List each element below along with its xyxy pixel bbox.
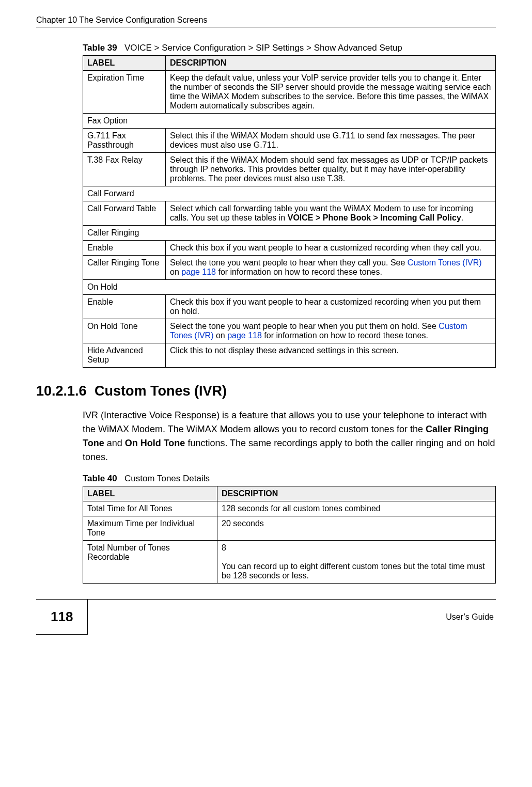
cell-section: Call Forward — [83, 186, 496, 201]
cell-desc: Click this to not display these advanced… — [166, 343, 496, 368]
table-row: Caller Ringing Tone Select the tone you … — [83, 256, 496, 280]
table39-caption-text: VOICE > Service Configuration > SIP Sett… — [124, 43, 402, 53]
table-row: Total Time for All Tones 128 seconds for… — [83, 501, 496, 516]
cell-label: T.38 Fax Relay — [83, 153, 166, 186]
th-label: LABEL — [83, 486, 217, 501]
desc-pre: Select the tone you want people to hear … — [170, 258, 408, 267]
cell-label: Hide Advanced Setup — [83, 343, 166, 368]
th-description: DESCRIPTION — [217, 486, 496, 501]
th-description: DESCRIPTION — [166, 56, 496, 71]
page-number: 118 — [36, 600, 88, 635]
section-heading: 10.2.1.6 Custom Tones (IVR) — [36, 383, 496, 399]
table-row: Call Forward Table Select which call for… — [83, 201, 496, 226]
para-mid: and — [104, 438, 125, 448]
table39: LABEL DESCRIPTION Expiration Time Keep t… — [83, 55, 496, 368]
table40-caption: Table 40 Custom Tones Details — [83, 474, 496, 484]
cell-section: Fax Option — [83, 114, 496, 129]
desc-mid: on — [170, 267, 181, 276]
cell-label: On Hold Tone — [83, 319, 166, 343]
desc-post: for information on how to record these t… — [216, 267, 382, 276]
table-row: Hide Advanced Setup Click this to not di… — [83, 343, 496, 368]
desc-first: 8 — [222, 543, 226, 552]
cell-desc: 20 seconds — [217, 516, 496, 541]
table-row: Fax Option — [83, 114, 496, 129]
cell-section: On Hold — [83, 280, 496, 295]
cell-desc: Keep the default value, unless your VoIP… — [166, 71, 496, 114]
cell-desc: 128 seconds for all custom tones combine… — [217, 501, 496, 516]
cell-desc: 8 You can record up to eight different c… — [217, 541, 496, 584]
section-number: 10.2.1.6 — [36, 383, 87, 399]
cell-desc: Check this box if you want people to hea… — [166, 295, 496, 319]
table-row: G.711 Fax Passthrough Select this if the… — [83, 129, 496, 153]
table-row: Expiration Time Keep the default value, … — [83, 71, 496, 114]
cell-label: Enable — [83, 241, 166, 256]
table-header-row: LABEL DESCRIPTION — [83, 56, 496, 71]
table-row: Total Number of Tones Recordable 8 You c… — [83, 541, 496, 584]
cell-label: Enable — [83, 295, 166, 319]
table-row: On Hold Tone Select the tone you want pe… — [83, 319, 496, 343]
desc-mid: on — [213, 331, 227, 340]
desc-pre: Select the tone you want people to hear … — [170, 322, 439, 330]
cell-desc: Check this box if you want people to hea… — [166, 241, 496, 256]
cell-desc: Select the tone you want people to hear … — [166, 256, 496, 280]
th-label: LABEL — [83, 56, 166, 71]
section-title: Custom Tones (IVR) — [95, 383, 227, 399]
desc-bold: VOICE > Phone Book > Incoming Call Polic… — [288, 213, 461, 222]
table-row: Maximum Time per Individual Tone 20 seco… — [83, 516, 496, 541]
table39-caption: Table 39 VOICE > Service Configuration >… — [83, 43, 496, 53]
table-row: Enable Check this box if you want people… — [83, 295, 496, 319]
cell-label: Call Forward Table — [83, 201, 166, 226]
table-row: Enable Check this box if you want people… — [83, 241, 496, 256]
link-custom-tones[interactable]: Custom Tones (IVR) — [408, 258, 482, 267]
cell-label: Expiration Time — [83, 71, 166, 114]
cell-desc: Select this if the WiMAX Modem should us… — [166, 129, 496, 153]
table40-caption-label: Table 40 — [83, 474, 117, 483]
cell-label: Total Time for All Tones — [83, 501, 217, 516]
footer-guide: User’s Guide — [446, 612, 496, 622]
desc-post: . — [461, 213, 463, 222]
top-rule — [36, 27, 496, 27]
table-row: Caller Ringing — [83, 226, 496, 241]
table40: LABEL DESCRIPTION Total Time for All Ton… — [83, 486, 496, 584]
link-page[interactable]: page 118 — [181, 267, 216, 276]
section-paragraph: IVR (Interactive Voice Response) is a fe… — [83, 408, 496, 464]
table-row: T.38 Fax Relay Select this if the WiMAX … — [83, 153, 496, 186]
table40-caption-text: Custom Tones Details — [124, 474, 210, 483]
cell-label: G.711 Fax Passthrough — [83, 129, 166, 153]
link-page[interactable]: page 118 — [227, 331, 262, 340]
cell-label: Maximum Time per Individual Tone — [83, 516, 217, 541]
cell-desc: Select this if the WiMAX Modem should se… — [166, 153, 496, 186]
cell-desc: Select which call forwarding table you w… — [166, 201, 496, 226]
desc-post: for information on how to record these t… — [262, 331, 428, 340]
cell-label: Total Number of Tones Recordable — [83, 541, 217, 584]
table-row: On Hold — [83, 280, 496, 295]
para-bold2: On Hold Tone — [125, 438, 185, 448]
desc-second: You can record up to eight different cus… — [222, 562, 485, 580]
cell-section: Caller Ringing — [83, 226, 496, 241]
cell-desc: Select the tone you want people to hear … — [166, 319, 496, 343]
table-header-row: LABEL DESCRIPTION — [83, 486, 496, 501]
cell-label: Caller Ringing Tone — [83, 256, 166, 280]
table39-caption-label: Table 39 — [83, 43, 117, 53]
table-row: Call Forward — [83, 186, 496, 201]
running-header: Chapter 10 The Service Configuration Scr… — [36, 15, 496, 25]
